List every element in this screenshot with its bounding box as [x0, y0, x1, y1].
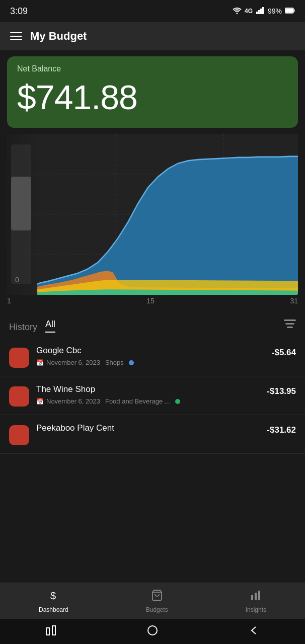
svg-rect-16	[284, 319, 296, 321]
chart-x-label-31: 31	[290, 297, 298, 305]
transaction-meta-1: 📅 November 6, 2023 Shops	[36, 359, 265, 366]
nav-item-insights[interactable]: Insights	[236, 585, 276, 617]
svg-rect-4	[262, 7, 264, 14]
balance-amount: $741.88	[17, 77, 288, 117]
nav-item-dashboard[interactable]: $ Dashboard	[29, 585, 79, 617]
history-label: History	[9, 322, 37, 333]
svg-rect-1	[256, 12, 258, 14]
signal-icon	[256, 7, 265, 16]
transaction-date-1: 📅 November 6, 2023	[36, 359, 100, 366]
nav-label-budgets: Budgets	[146, 606, 168, 613]
home-button[interactable]	[147, 625, 158, 638]
transaction-icon-2	[9, 386, 29, 407]
dashboard-icon: $	[47, 589, 59, 604]
budgets-icon	[151, 589, 163, 604]
transaction-amount-3: -$31.62	[267, 425, 296, 435]
status-bar: 3:09 4G 99%	[0, 0, 305, 22]
chart-x-label-15: 15	[146, 297, 155, 305]
balance-chart: 0	[7, 134, 298, 295]
transaction-category-1: Shops	[105, 359, 124, 366]
lte-icon: 4G	[245, 8, 253, 15]
table-row[interactable]: Google Cbc 📅 November 6, 2023 Shops -$5.…	[0, 338, 305, 376]
chart-svg	[7, 134, 298, 295]
table-row[interactable]: The Wine Shop 📅 November 6, 2023 Food an…	[0, 376, 305, 415]
calendar-icon-2: 📅	[36, 398, 44, 405]
nav-label-dashboard: Dashboard	[39, 606, 68, 613]
chart-x-label-1: 1	[7, 297, 11, 305]
balance-card: Net Balance $741.88	[7, 56, 298, 128]
transaction-date-2: 📅 November 6, 2023	[36, 397, 100, 405]
history-tab-all[interactable]: All	[45, 319, 55, 333]
transaction-category-2: Food and Beverage ...	[105, 397, 170, 405]
top-nav: My Budget	[0, 22, 305, 50]
nav-item-budgets[interactable]: Budgets	[136, 585, 178, 617]
svg-rect-2	[258, 10, 260, 14]
recents-button[interactable]	[45, 625, 56, 638]
transaction-name-2: The Wine Shop	[36, 384, 260, 394]
history-header: History All	[0, 312, 305, 333]
chart-x-labels: 1 15 31	[0, 295, 305, 312]
svg-rect-6	[294, 10, 295, 12]
transaction-dot-1	[129, 360, 134, 365]
status-time: 3:09	[10, 6, 28, 17]
calendar-icon-1: 📅	[36, 359, 44, 366]
system-nav	[0, 619, 305, 644]
svg-rect-23	[258, 591, 260, 600]
bottom-nav: $ Dashboard Budgets Insights	[0, 583, 305, 619]
svg-rect-18	[287, 327, 293, 328]
svg-rect-7	[285, 9, 293, 13]
transaction-details-2: The Wine Shop 📅 November 6, 2023 Food an…	[36, 384, 260, 405]
transaction-meta-2: 📅 November 6, 2023 Food and Beverage ...	[36, 397, 260, 405]
transaction-amount-2: -$13.95	[267, 386, 296, 396]
svg-rect-22	[255, 593, 257, 600]
svg-rect-21	[251, 595, 253, 600]
svg-text:$: $	[50, 590, 56, 601]
transaction-list: Google Cbc 📅 November 6, 2023 Shops -$5.…	[0, 338, 305, 454]
chart-y-zero: 0	[15, 276, 19, 284]
battery-icon	[285, 7, 295, 15]
hamburger-line-2	[10, 36, 22, 37]
hamburger-line-1	[10, 32, 22, 33]
balance-label: Net Balance	[17, 64, 288, 73]
table-row[interactable]: Peekaboo Play Cent -$31.62	[0, 415, 305, 454]
svg-rect-17	[285, 323, 294, 325]
transaction-icon-3	[9, 425, 29, 445]
transaction-name-3: Peekaboo Play Cent	[36, 423, 260, 433]
transaction-amount-1: -$5.64	[272, 348, 296, 358]
hamburger-line-3	[10, 39, 22, 40]
svg-point-26	[148, 626, 157, 635]
svg-rect-24	[46, 628, 49, 635]
nav-label-insights: Insights	[246, 606, 266, 613]
history-tabs: History All	[9, 319, 55, 333]
insights-icon	[250, 589, 262, 604]
svg-rect-3	[260, 9, 262, 14]
transaction-dot-2	[175, 399, 180, 404]
transaction-icon-1	[9, 348, 29, 368]
svg-rect-15	[11, 177, 31, 230]
transaction-name-1: Google Cbc	[36, 346, 265, 356]
svg-point-0	[236, 13, 238, 14]
transaction-details-3: Peekaboo Play Cent	[36, 423, 260, 436]
wifi-icon	[233, 7, 242, 16]
back-button[interactable]	[249, 625, 260, 638]
status-icons: 4G 99%	[233, 7, 295, 16]
battery-level: 99%	[268, 7, 282, 15]
hamburger-menu[interactable]	[10, 32, 22, 40]
filter-icon[interactable]	[284, 319, 296, 332]
svg-rect-25	[52, 626, 55, 635]
transaction-details-1: Google Cbc 📅 November 6, 2023 Shops	[36, 346, 265, 366]
page-title: My Budget	[30, 30, 87, 43]
